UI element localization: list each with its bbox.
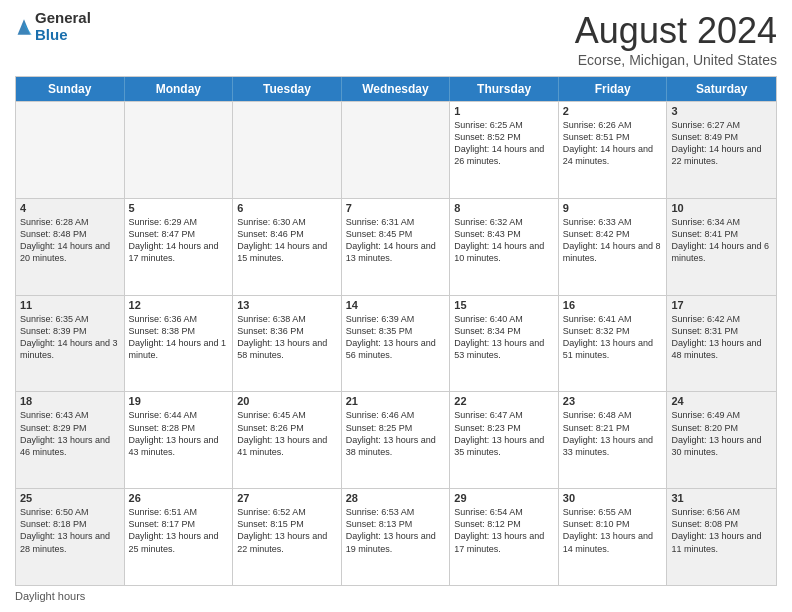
day-number-10: 10: [671, 202, 772, 214]
day-cell-26: 26Sunrise: 6:51 AM Sunset: 8:17 PM Dayli…: [125, 489, 234, 585]
day-cell-13: 13Sunrise: 6:38 AM Sunset: 8:36 PM Dayli…: [233, 296, 342, 392]
day-number-24: 24: [671, 395, 772, 407]
day-info-19: Sunrise: 6:44 AM Sunset: 8:28 PM Dayligh…: [129, 409, 229, 458]
day-cell-6: 6Sunrise: 6:30 AM Sunset: 8:46 PM Daylig…: [233, 199, 342, 295]
header-day-thursday: Thursday: [450, 77, 559, 101]
day-cell-16: 16Sunrise: 6:41 AM Sunset: 8:32 PM Dayli…: [559, 296, 668, 392]
header-day-monday: Monday: [125, 77, 234, 101]
day-number-9: 9: [563, 202, 663, 214]
header-day-wednesday: Wednesday: [342, 77, 451, 101]
logo-blue-text: Blue: [35, 27, 91, 44]
day-cell-22: 22Sunrise: 6:47 AM Sunset: 8:23 PM Dayli…: [450, 392, 559, 488]
day-info-20: Sunrise: 6:45 AM Sunset: 8:26 PM Dayligh…: [237, 409, 337, 458]
day-info-27: Sunrise: 6:52 AM Sunset: 8:15 PM Dayligh…: [237, 506, 337, 555]
day-number-28: 28: [346, 492, 446, 504]
day-cell-2: 2Sunrise: 6:26 AM Sunset: 8:51 PM Daylig…: [559, 102, 668, 198]
empty-cell-w0-d3: [342, 102, 451, 198]
day-cell-20: 20Sunrise: 6:45 AM Sunset: 8:26 PM Dayli…: [233, 392, 342, 488]
day-cell-4: 4Sunrise: 6:28 AM Sunset: 8:48 PM Daylig…: [16, 199, 125, 295]
day-info-30: Sunrise: 6:55 AM Sunset: 8:10 PM Dayligh…: [563, 506, 663, 555]
day-cell-1: 1Sunrise: 6:25 AM Sunset: 8:52 PM Daylig…: [450, 102, 559, 198]
day-cell-5: 5Sunrise: 6:29 AM Sunset: 8:47 PM Daylig…: [125, 199, 234, 295]
day-number-8: 8: [454, 202, 554, 214]
logo-icon: [15, 15, 33, 39]
header-day-sunday: Sunday: [16, 77, 125, 101]
week-row-4: 18Sunrise: 6:43 AM Sunset: 8:29 PM Dayli…: [16, 391, 776, 488]
day-info-21: Sunrise: 6:46 AM Sunset: 8:25 PM Dayligh…: [346, 409, 446, 458]
day-cell-24: 24Sunrise: 6:49 AM Sunset: 8:20 PM Dayli…: [667, 392, 776, 488]
day-number-19: 19: [129, 395, 229, 407]
day-info-2: Sunrise: 6:26 AM Sunset: 8:51 PM Dayligh…: [563, 119, 663, 168]
day-cell-7: 7Sunrise: 6:31 AM Sunset: 8:45 PM Daylig…: [342, 199, 451, 295]
day-info-29: Sunrise: 6:54 AM Sunset: 8:12 PM Dayligh…: [454, 506, 554, 555]
day-number-23: 23: [563, 395, 663, 407]
svg-marker-0: [18, 19, 31, 34]
day-number-4: 4: [20, 202, 120, 214]
day-info-23: Sunrise: 6:48 AM Sunset: 8:21 PM Dayligh…: [563, 409, 663, 458]
day-cell-18: 18Sunrise: 6:43 AM Sunset: 8:29 PM Dayli…: [16, 392, 125, 488]
day-info-1: Sunrise: 6:25 AM Sunset: 8:52 PM Dayligh…: [454, 119, 554, 168]
day-info-3: Sunrise: 6:27 AM Sunset: 8:49 PM Dayligh…: [671, 119, 772, 168]
day-info-12: Sunrise: 6:36 AM Sunset: 8:38 PM Dayligh…: [129, 313, 229, 362]
day-cell-14: 14Sunrise: 6:39 AM Sunset: 8:35 PM Dayli…: [342, 296, 451, 392]
day-number-29: 29: [454, 492, 554, 504]
day-number-30: 30: [563, 492, 663, 504]
empty-cell-w0-d1: [125, 102, 234, 198]
day-info-5: Sunrise: 6:29 AM Sunset: 8:47 PM Dayligh…: [129, 216, 229, 265]
day-number-21: 21: [346, 395, 446, 407]
day-cell-3: 3Sunrise: 6:27 AM Sunset: 8:49 PM Daylig…: [667, 102, 776, 198]
day-info-11: Sunrise: 6:35 AM Sunset: 8:39 PM Dayligh…: [20, 313, 120, 362]
day-info-7: Sunrise: 6:31 AM Sunset: 8:45 PM Dayligh…: [346, 216, 446, 265]
footer: Daylight hours: [15, 590, 777, 602]
day-info-10: Sunrise: 6:34 AM Sunset: 8:41 PM Dayligh…: [671, 216, 772, 265]
day-cell-29: 29Sunrise: 6:54 AM Sunset: 8:12 PM Dayli…: [450, 489, 559, 585]
day-cell-17: 17Sunrise: 6:42 AM Sunset: 8:31 PM Dayli…: [667, 296, 776, 392]
day-cell-23: 23Sunrise: 6:48 AM Sunset: 8:21 PM Dayli…: [559, 392, 668, 488]
week-row-2: 4Sunrise: 6:28 AM Sunset: 8:48 PM Daylig…: [16, 198, 776, 295]
empty-cell-w0-d2: [233, 102, 342, 198]
day-cell-15: 15Sunrise: 6:40 AM Sunset: 8:34 PM Dayli…: [450, 296, 559, 392]
header: General Blue August 2024 Ecorse, Michiga…: [15, 10, 777, 68]
day-info-28: Sunrise: 6:53 AM Sunset: 8:13 PM Dayligh…: [346, 506, 446, 555]
day-info-17: Sunrise: 6:42 AM Sunset: 8:31 PM Dayligh…: [671, 313, 772, 362]
day-number-14: 14: [346, 299, 446, 311]
day-info-22: Sunrise: 6:47 AM Sunset: 8:23 PM Dayligh…: [454, 409, 554, 458]
day-info-4: Sunrise: 6:28 AM Sunset: 8:48 PM Dayligh…: [20, 216, 120, 265]
day-cell-27: 27Sunrise: 6:52 AM Sunset: 8:15 PM Dayli…: [233, 489, 342, 585]
calendar-body: 1Sunrise: 6:25 AM Sunset: 8:52 PM Daylig…: [16, 101, 776, 585]
location-title: Ecorse, Michigan, United States: [575, 52, 777, 68]
day-info-31: Sunrise: 6:56 AM Sunset: 8:08 PM Dayligh…: [671, 506, 772, 555]
title-section: August 2024 Ecorse, Michigan, United Sta…: [575, 10, 777, 68]
day-cell-19: 19Sunrise: 6:44 AM Sunset: 8:28 PM Dayli…: [125, 392, 234, 488]
day-number-7: 7: [346, 202, 446, 214]
day-number-31: 31: [671, 492, 772, 504]
day-info-15: Sunrise: 6:40 AM Sunset: 8:34 PM Dayligh…: [454, 313, 554, 362]
day-info-26: Sunrise: 6:51 AM Sunset: 8:17 PM Dayligh…: [129, 506, 229, 555]
day-number-13: 13: [237, 299, 337, 311]
day-number-17: 17: [671, 299, 772, 311]
day-number-11: 11: [20, 299, 120, 311]
day-info-8: Sunrise: 6:32 AM Sunset: 8:43 PM Dayligh…: [454, 216, 554, 265]
day-cell-25: 25Sunrise: 6:50 AM Sunset: 8:18 PM Dayli…: [16, 489, 125, 585]
week-row-5: 25Sunrise: 6:50 AM Sunset: 8:18 PM Dayli…: [16, 488, 776, 585]
header-day-tuesday: Tuesday: [233, 77, 342, 101]
day-info-13: Sunrise: 6:38 AM Sunset: 8:36 PM Dayligh…: [237, 313, 337, 362]
footer-text: Daylight hours: [15, 590, 85, 602]
day-info-6: Sunrise: 6:30 AM Sunset: 8:46 PM Dayligh…: [237, 216, 337, 265]
day-cell-8: 8Sunrise: 6:32 AM Sunset: 8:43 PM Daylig…: [450, 199, 559, 295]
day-number-22: 22: [454, 395, 554, 407]
day-number-1: 1: [454, 105, 554, 117]
day-number-26: 26: [129, 492, 229, 504]
day-number-18: 18: [20, 395, 120, 407]
day-cell-11: 11Sunrise: 6:35 AM Sunset: 8:39 PM Dayli…: [16, 296, 125, 392]
day-number-3: 3: [671, 105, 772, 117]
day-number-15: 15: [454, 299, 554, 311]
header-day-saturday: Saturday: [667, 77, 776, 101]
day-cell-21: 21Sunrise: 6:46 AM Sunset: 8:25 PM Dayli…: [342, 392, 451, 488]
day-number-12: 12: [129, 299, 229, 311]
day-cell-28: 28Sunrise: 6:53 AM Sunset: 8:13 PM Dayli…: [342, 489, 451, 585]
day-info-9: Sunrise: 6:33 AM Sunset: 8:42 PM Dayligh…: [563, 216, 663, 265]
day-info-14: Sunrise: 6:39 AM Sunset: 8:35 PM Dayligh…: [346, 313, 446, 362]
day-info-25: Sunrise: 6:50 AM Sunset: 8:18 PM Dayligh…: [20, 506, 120, 555]
day-cell-12: 12Sunrise: 6:36 AM Sunset: 8:38 PM Dayli…: [125, 296, 234, 392]
